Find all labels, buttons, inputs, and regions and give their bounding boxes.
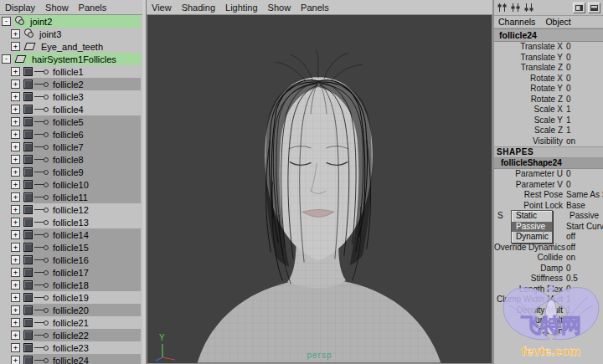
outliner-row[interactable]: + follicle10 — [0, 178, 141, 191]
expand-toggle-icon[interactable]: + — [11, 218, 20, 227]
outliner-row[interactable]: + follicle4 — [0, 103, 141, 115]
channel-value-field[interactable]: 1 — [566, 126, 603, 136]
channel-label[interactable]: Clump Width Mult — [494, 295, 566, 305]
viewport-menu-item[interactable]: Show — [268, 3, 291, 13]
outliner-row[interactable]: + follicle24 — [0, 354, 141, 364]
outliner-row[interactable]: + follicle9 — [0, 166, 141, 178]
outliner-row[interactable]: + joint3 — [0, 28, 141, 40]
selected-node-name[interactable]: follicle24 — [494, 28, 603, 42]
outliner-row[interactable]: + follicle20 — [0, 304, 141, 316]
outliner-row[interactable]: + follicle22 — [0, 329, 141, 341]
channel-value-field[interactable]: 0 — [566, 63, 603, 74]
viewport-menu-item[interactable]: Panels — [301, 3, 329, 13]
outliner-row[interactable]: + follicle16 — [0, 254, 141, 266]
outliner-row[interactable]: - joint2 — [0, 15, 141, 28]
channel-manip-fast-icon[interactable] — [523, 3, 534, 13]
expand-toggle-icon[interactable]: - — [2, 54, 11, 64]
channel-label[interactable]: Rotate Y — [494, 84, 566, 95]
channel-label[interactable]: Translate Z — [494, 63, 566, 74]
outliner-row[interactable]: + follicle11 — [0, 191, 141, 203]
channel-value-field[interactable]: on — [566, 253, 603, 264]
channel-value-field[interactable]: 0 — [566, 180, 603, 191]
outliner-row[interactable]: + follicle23 — [0, 341, 141, 354]
channel-value-field[interactable]: 1 — [566, 295, 603, 305]
shape-node-name[interactable]: follicleShape24 — [494, 158, 603, 169]
channel-value-field[interactable]: 0 — [566, 53, 603, 64]
channel-label[interactable]: Visibility — [494, 136, 566, 147]
channel-value-field[interactable]: 0 — [566, 84, 603, 95]
channel-manip-slow-icon[interactable] — [497, 3, 508, 13]
show-layer-editor-toggle-icon[interactable] — [588, 3, 600, 13]
channel-label[interactable]: Length Flex — [494, 285, 566, 295]
outliner-row[interactable]: + follicle21 — [0, 316, 141, 329]
channel-value-field[interactable]: off — [566, 243, 603, 254]
channel-box-menu-item[interactable]: Channels — [498, 17, 535, 27]
expand-toggle-icon[interactable]: + — [11, 92, 20, 101]
viewport-menu-item[interactable]: Shading — [182, 3, 215, 13]
channel-value-field[interactable]: 0 — [566, 74, 603, 85]
expand-toggle-icon[interactable]: + — [11, 155, 20, 164]
expand-toggle-icon[interactable]: + — [11, 331, 20, 340]
outliner-row[interactable]: + Eye_and_teeth — [0, 40, 141, 53]
expand-toggle-icon[interactable]: + — [11, 255, 20, 264]
expand-toggle-icon[interactable]: + — [11, 67, 20, 76]
outliner-row[interactable]: + follicle17 — [0, 266, 141, 279]
outliner-row[interactable]: + follicle7 — [0, 141, 141, 153]
channel-value-field[interactable]: 0 — [566, 264, 603, 274]
channel-manip-medium-icon[interactable] — [510, 3, 521, 13]
expand-toggle-icon[interactable]: + — [11, 243, 20, 252]
channel-label[interactable]: Damp — [494, 264, 566, 274]
channel-box-menu-item[interactable]: Object — [545, 17, 570, 27]
expand-toggle-icon[interactable]: + — [11, 130, 20, 139]
expand-toggle-icon[interactable]: + — [11, 192, 20, 202]
expand-toggle-icon[interactable]: + — [11, 305, 20, 315]
channel-value-field[interactable]: 1 — [566, 315, 603, 326]
channel-label[interactable]: Rest Pose — [494, 190, 566, 201]
channel-value-field[interactable] — [566, 326, 603, 337]
expand-toggle-icon[interactable]: + — [11, 167, 20, 177]
dropdown-option[interactable]: Dynamic — [512, 232, 552, 243]
channel-label[interactable]: Override Dynamics — [494, 243, 566, 254]
outliner-row[interactable]: + follicle3 — [0, 90, 141, 103]
channel-label[interactable]: Clump — [494, 326, 566, 337]
expand-toggle-icon[interactable]: + — [11, 29, 20, 38]
outliner-row[interactable]: + follicle6 — [0, 128, 141, 141]
dropdown-option[interactable]: Static — [512, 211, 552, 222]
outliner-menu-item[interactable]: Display — [5, 3, 35, 13]
channel-value-field[interactable]: 0 — [566, 169, 603, 180]
channel-value-field[interactable]: off — [566, 232, 603, 243]
channel-value-field[interactable]: 0 — [566, 285, 603, 295]
channel-label[interactable]: Density Mult — [494, 305, 566, 316]
channel-label[interactable]: Parameter U — [494, 169, 566, 180]
outliner-row[interactable]: + follicle13 — [0, 216, 141, 228]
outliner-row[interactable]: + follicle12 — [0, 203, 141, 216]
channel-value-field[interactable]: on — [566, 136, 603, 147]
outliner-row[interactable]: + follicle14 — [0, 228, 141, 241]
expand-toggle-icon[interactable]: - — [2, 17, 11, 26]
channel-label[interactable]: Translate X — [494, 42, 566, 53]
expand-toggle-icon[interactable]: + — [11, 180, 20, 189]
outliner-row[interactable]: + follicle2 — [0, 78, 141, 90]
expand-toggle-icon[interactable]: + — [11, 268, 20, 277]
channel-label[interactable]: Collide — [494, 253, 566, 264]
outliner-row[interactable]: + follicle1 — [0, 65, 141, 78]
channel-label[interactable]: Scale Z — [494, 126, 566, 136]
expand-toggle-icon[interactable]: + — [11, 293, 20, 302]
channel-label[interactable]: Curl Mult — [494, 315, 566, 326]
expand-toggle-icon[interactable]: + — [11, 117, 20, 126]
channel-value-field[interactable]: 1 — [566, 105, 603, 115]
show-channel-box-toggle-icon[interactable] — [573, 3, 585, 13]
expand-toggle-icon[interactable]: + — [11, 105, 20, 114]
expand-toggle-icon[interactable]: + — [11, 42, 20, 51]
channel-value-field[interactable]: Base — [566, 201, 603, 212]
channel-value-field[interactable]: 0.5 — [566, 274, 603, 285]
viewport-menu-item[interactable]: Lighting — [225, 3, 258, 13]
outliner-menu-item[interactable]: Panels — [79, 3, 107, 13]
expand-toggle-icon[interactable]: + — [11, 79, 20, 89]
outliner-row[interactable]: + follicle15 — [0, 241, 141, 254]
outliner-row[interactable]: - hairSystem1Follicles — [0, 53, 141, 65]
expand-toggle-icon[interactable]: + — [11, 343, 20, 352]
outliner-row[interactable]: + follicle5 — [0, 115, 141, 128]
channel-label[interactable]: Rotate Z — [494, 95, 566, 105]
channel-label[interactable]: Scale X — [494, 105, 566, 115]
